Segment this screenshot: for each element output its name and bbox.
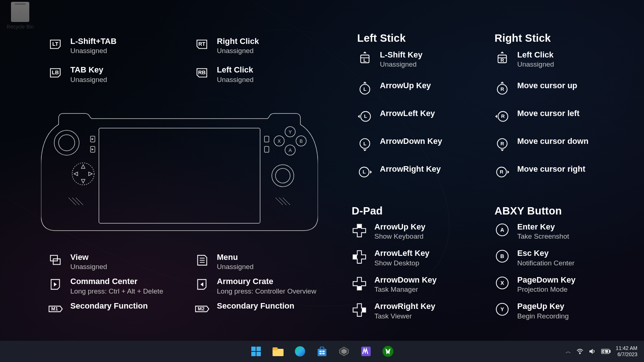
- battery-icon[interactable]: [601, 348, 611, 354]
- abxy-title: ABXY Button: [495, 205, 630, 217]
- rt-sub: Unassigned: [217, 47, 259, 55]
- stick-down-l-icon: L: [357, 137, 373, 152]
- svg-point-85: [382, 346, 393, 357]
- armoury-crate-sub: Long press: Controller Overview: [217, 287, 316, 295]
- ls-up-label: ArrowUp Key: [380, 81, 431, 90]
- svg-text:X: X: [500, 280, 504, 286]
- asus-app-icon[interactable]: [335, 342, 353, 361]
- svg-rect-71: [251, 352, 256, 356]
- mapping-rb: RB Left Click Unassigned: [194, 65, 322, 83]
- svg-text:Y: Y: [500, 306, 504, 312]
- store-icon[interactable]: [313, 342, 331, 361]
- rb-label: Left Click: [217, 65, 253, 75]
- mapping-m1: M1 Secondary Function: [48, 301, 194, 317]
- mapping-dpad-up: ArrowUp Key Show Keyboard: [352, 222, 487, 240]
- svg-point-86: [579, 353, 580, 354]
- b-button-icon: B: [495, 249, 510, 264]
- ls-down-label: ArrowDown Key: [380, 137, 442, 146]
- svg-text:RT: RT: [198, 41, 205, 47]
- file-explorer-icon[interactable]: [269, 342, 287, 361]
- m1-label: Secondary Function: [70, 301, 148, 311]
- rs-down-label: Move cursor down: [517, 137, 588, 146]
- view-label: View: [70, 253, 107, 262]
- mapping-view: View Unassigned: [48, 253, 194, 271]
- mapping-y: Y PageUp Key Begin Recording: [495, 302, 630, 320]
- svg-text:X: X: [278, 138, 281, 144]
- svg-text:M1: M1: [51, 306, 58, 311]
- taskbar-clock[interactable]: 11:42 AM 6/7/2023: [616, 345, 637, 358]
- a-button-icon: A: [495, 222, 510, 238]
- svg-rect-72: [256, 352, 261, 356]
- x-sub: Projection Mode: [517, 286, 575, 294]
- command-center-label: Command Center: [70, 277, 163, 286]
- dpad-title: D-Pad: [352, 205, 487, 217]
- purple-app-icon[interactable]: [357, 342, 375, 361]
- x-button-icon: X: [495, 275, 510, 291]
- mapping-rs-up: R Move cursor up: [495, 81, 630, 96]
- left-stick-title: Left Stick: [357, 32, 493, 44]
- lt-sub: Unassigned: [70, 47, 116, 55]
- svg-rect-10: [264, 136, 269, 142]
- mapping-dpad-down: ArrowDown Key Task Manager: [352, 275, 487, 294]
- svg-text:L: L: [364, 114, 367, 119]
- svg-rect-78: [319, 351, 322, 352]
- y-sub: Begin Recording: [517, 312, 569, 320]
- right-stick-title: Right Stick: [495, 32, 630, 44]
- svg-line-22: [69, 198, 76, 205]
- svg-text:RB: RB: [198, 70, 206, 75]
- mapping-ls-press: L L-Shift Key Unassigned: [357, 50, 493, 68]
- svg-rect-60: [362, 308, 366, 312]
- stick-press-r-icon: R: [495, 50, 510, 66]
- svg-text:L: L: [363, 57, 366, 63]
- mapping-rs-press: R Left Click Unassigned: [495, 50, 630, 68]
- menu-label: Menu: [217, 253, 253, 262]
- dpad-up-sub: Show Keyboard: [374, 232, 425, 240]
- svg-rect-81: [322, 353, 325, 354]
- m1-icon: M1: [48, 301, 63, 317]
- command-center-icon: [48, 277, 63, 292]
- b-label: Esc Key: [517, 249, 574, 258]
- svg-point-75: [295, 346, 305, 357]
- volume-icon[interactable]: [589, 348, 596, 355]
- tray-chevron-icon[interactable]: ︿: [566, 348, 571, 355]
- mapping-armoury-crate: Armoury Crate Long press: Controller Ove…: [194, 277, 341, 295]
- b-sub: Notification Center: [517, 259, 574, 267]
- svg-line-27: [283, 198, 290, 205]
- taskbar[interactable]: ︿ 11:42 AM 6/7/2023: [0, 341, 644, 362]
- view-icon: [48, 253, 63, 268]
- stick-right-r-icon: R: [495, 164, 510, 180]
- mapping-rs-right: R Move cursor right: [495, 164, 630, 180]
- ls-press-sub: Unassigned: [380, 60, 422, 68]
- y-button-icon: Y: [495, 302, 510, 317]
- dpad-left-label: ArrowLeft Key: [374, 249, 429, 258]
- lb-sub: Unassigned: [70, 76, 107, 84]
- stick-left-l-icon: L: [357, 109, 373, 124]
- dpad-up-icon: [352, 222, 367, 238]
- dpad-left-icon: [352, 249, 367, 264]
- wifi-icon[interactable]: [576, 348, 584, 355]
- mapping-dpad-left: ArrowLeft Key Show Desktop: [352, 249, 487, 267]
- stick-down-r-icon: R: [495, 137, 510, 152]
- svg-rect-70: [256, 347, 261, 351]
- rs-up-label: Move cursor up: [517, 81, 577, 90]
- svg-rect-88: [610, 350, 610, 352]
- armoury-crate-icon: [194, 277, 210, 292]
- edge-icon[interactable]: [291, 342, 309, 361]
- svg-line-26: [279, 198, 286, 205]
- x-label: PageDown Key: [517, 275, 575, 285]
- mapping-rt: RT Right Click Unassigned: [194, 37, 322, 55]
- svg-rect-4: [99, 128, 260, 223]
- svg-text:R: R: [500, 57, 504, 63]
- rs-press-sub: Unassigned: [517, 60, 554, 68]
- svg-line-25: [275, 198, 283, 205]
- stick-up-r-icon: R: [495, 81, 510, 96]
- dpad-down-label: ArrowDown Key: [374, 275, 437, 285]
- dpad-down-sub: Task Manager: [374, 286, 437, 294]
- controller-diagram: Y X B A: [41, 108, 318, 234]
- stick-up-l-icon: L: [357, 81, 373, 96]
- mapping-m2: M2 Secondary Function: [194, 301, 341, 317]
- mapping-lt: LT L-Shift+TAB Unassigned: [48, 37, 176, 55]
- start-button[interactable]: [247, 342, 265, 361]
- xbox-icon[interactable]: [379, 342, 397, 361]
- svg-text:M2: M2: [198, 306, 205, 311]
